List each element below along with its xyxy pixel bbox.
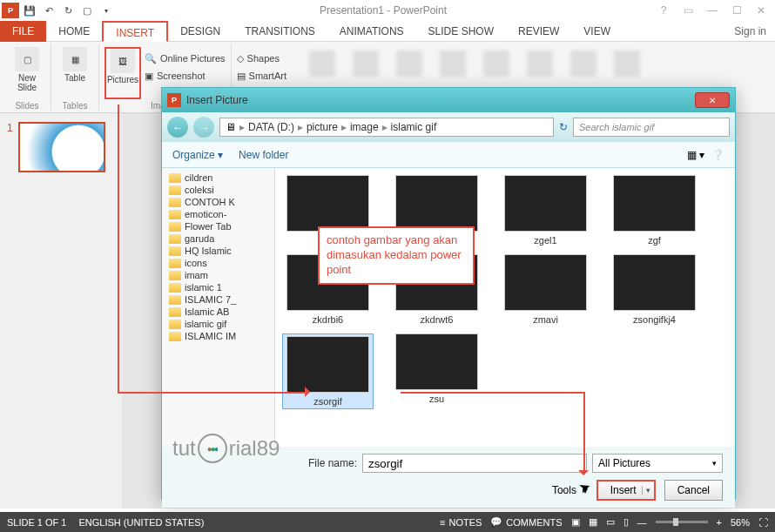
zoom-out-button[interactable]: — xyxy=(637,517,647,528)
tree-folder[interactable]: icons xyxy=(162,257,274,269)
save-icon[interactable]: 💾 xyxy=(21,3,38,18)
tree-folder[interactable]: emoticon- xyxy=(162,208,274,220)
table-label: Table xyxy=(64,73,85,83)
file-item[interactable]: zsu xyxy=(391,333,482,409)
search-input[interactable]: Search islamic gif xyxy=(573,118,730,137)
smartart-button[interactable]: ▤SmartArt xyxy=(237,68,286,84)
help-icon[interactable]: ? xyxy=(651,3,676,18)
undo-icon[interactable]: ↶ xyxy=(40,3,57,18)
crumb[interactable]: DATA (D:) xyxy=(248,121,294,133)
folder-icon xyxy=(169,283,181,293)
tree-folder[interactable]: garuda xyxy=(162,232,274,245)
tree-folder[interactable]: coleksi xyxy=(162,184,274,196)
tab-slideshow[interactable]: SLIDE SHOW xyxy=(416,21,506,42)
computer-icon: 🖥 xyxy=(226,121,236,133)
file-label: zsongifkj4 xyxy=(633,314,676,325)
screenshot-button[interactable]: ▣Screenshot xyxy=(145,68,226,84)
shapes-button[interactable]: ◇Shapes xyxy=(237,51,286,66)
filename-input[interactable] xyxy=(362,454,587,473)
redo-icon[interactable]: ↻ xyxy=(59,3,77,18)
crumb[interactable]: image xyxy=(350,121,379,133)
zoom-slider[interactable] xyxy=(656,521,708,523)
crumb[interactable]: picture xyxy=(307,121,338,133)
tree-folder[interactable]: cildren xyxy=(162,172,274,184)
file-item[interactable]: zmavi xyxy=(500,254,591,325)
tree-folder[interactable]: islamic 1 xyxy=(162,281,274,293)
slide-thumbnail-panel: 1 xyxy=(0,113,122,508)
file-grid[interactable]: zfozgelzgel1zgfzkdrbi6zkdrwt6zmavizsongi… xyxy=(275,168,735,447)
tree-folder[interactable]: Islamic AB xyxy=(162,306,274,318)
folder-icon xyxy=(169,222,181,232)
tab-review[interactable]: REVIEW xyxy=(506,21,571,42)
slide-counter[interactable]: SLIDE 1 OF 1 xyxy=(7,517,66,528)
start-from-beginning-icon[interactable]: ▢ xyxy=(78,3,96,18)
dialog-titlebar: P Insert Picture ✕ xyxy=(162,88,735,112)
group-label: Slides xyxy=(15,99,38,112)
signin-link[interactable]: Sign in xyxy=(734,25,766,37)
tree-folder[interactable]: islamic gif xyxy=(162,318,274,330)
close-icon[interactable]: ✕ xyxy=(749,3,773,18)
pictures-button[interactable]: 🖼 Pictures xyxy=(104,47,141,99)
ribbon-tabs: FILE HOME INSERT DESIGN TRANSITIONS ANIM… xyxy=(0,21,775,42)
insert-button[interactable]: Insert xyxy=(596,480,656,501)
tree-folder[interactable]: HQ Islamic xyxy=(162,245,274,257)
normal-view-icon[interactable]: ▣ xyxy=(571,516,580,528)
tree-folder[interactable]: Flower Tab xyxy=(162,220,274,232)
crumb[interactable]: islamic gif xyxy=(391,121,437,133)
refresh-icon[interactable]: ↻ xyxy=(559,121,568,133)
new-slide-button[interactable]: ▢ New Slide xyxy=(9,47,45,99)
online-pictures-button[interactable]: 🔍Online Pictures xyxy=(145,51,226,66)
tab-view[interactable]: VIEW xyxy=(571,21,623,42)
nav-forward-button[interactable]: → xyxy=(193,117,214,138)
tab-design[interactable]: DESIGN xyxy=(168,21,232,42)
new-folder-button[interactable]: New folder xyxy=(239,149,288,161)
slide-thumbnail[interactable] xyxy=(18,122,105,172)
help-icon[interactable]: ❔ xyxy=(711,149,724,161)
file-item[interactable]: zsorgif xyxy=(282,333,374,409)
view-options-icon[interactable]: ▦ ▾ xyxy=(687,149,704,161)
zoom-in-button[interactable]: + xyxy=(717,517,722,528)
comments-button[interactable]: 💬 COMMENTS xyxy=(490,516,562,528)
organize-button[interactable]: Organize ▾ xyxy=(172,149,223,161)
file-thumbnail xyxy=(286,336,369,393)
fit-to-window-icon[interactable]: ⛶ xyxy=(758,517,768,528)
notes-button[interactable]: ≡ NOTES xyxy=(440,517,482,528)
ribbon-options-icon[interactable]: ▭ xyxy=(676,3,700,18)
file-item[interactable]: zgel1 xyxy=(500,175,591,246)
folder-tree[interactable]: cildrencoleksiCONTOH Kemoticon-Flower Ta… xyxy=(162,168,275,447)
folder-icon xyxy=(169,198,181,207)
tab-animations[interactable]: ANIMATIONS xyxy=(327,21,416,42)
file-item[interactable]: zgf xyxy=(609,175,700,246)
dialog-close-button[interactable]: ✕ xyxy=(695,92,730,108)
file-label: zsu xyxy=(429,394,444,404)
dialog-nav-bar: ← → 🖥 ▸ DATA (D:) ▸ picture ▸ image ▸ is… xyxy=(162,112,735,142)
slideshow-view-icon[interactable]: ▯ xyxy=(623,516,629,528)
nav-back-button[interactable]: ← xyxy=(167,117,188,138)
tab-insert[interactable]: INSERT xyxy=(102,21,168,42)
window-controls: ? ▭ — ☐ ✕ xyxy=(651,3,773,18)
chevron-down-icon: ▾ xyxy=(712,459,717,468)
minimize-icon[interactable]: — xyxy=(700,3,724,18)
zoom-level[interactable]: 56% xyxy=(731,517,750,528)
tree-folder[interactable]: CONTOH K xyxy=(162,196,274,208)
language-status[interactable]: ENGLISH (UNITED STATES) xyxy=(78,517,204,528)
tree-folder[interactable]: imam xyxy=(162,269,274,281)
tree-folder[interactable]: ISLAMIC IM xyxy=(162,330,274,342)
file-label: zkdrbi6 xyxy=(313,314,343,325)
tab-home[interactable]: HOME xyxy=(46,21,102,42)
file-filter-dropdown[interactable]: All Pictures▾ xyxy=(592,454,723,473)
sorter-view-icon[interactable]: ▦ xyxy=(589,516,597,528)
table-button[interactable]: ▦ Table xyxy=(57,47,93,99)
reading-view-icon[interactable]: ▭ xyxy=(606,516,615,528)
maximize-icon[interactable]: ☐ xyxy=(724,3,749,18)
watermark: tut rial89 xyxy=(172,434,280,463)
breadcrumb[interactable]: 🖥 ▸ DATA (D:) ▸ picture ▸ image ▸ islami… xyxy=(219,118,554,137)
tree-folder[interactable]: ISLAMIC 7_ xyxy=(162,293,274,306)
shapes-icon: ◇ xyxy=(237,53,244,64)
qat-more-icon[interactable]: ▾ xyxy=(98,3,115,18)
slide-thumb-row[interactable]: 1 xyxy=(7,122,115,172)
file-item[interactable]: zsongifkj4 xyxy=(609,254,700,325)
cancel-button[interactable]: Cancel xyxy=(664,480,723,501)
tab-file[interactable]: FILE xyxy=(0,21,46,42)
tab-transitions[interactable]: TRANSITIONS xyxy=(232,21,327,42)
